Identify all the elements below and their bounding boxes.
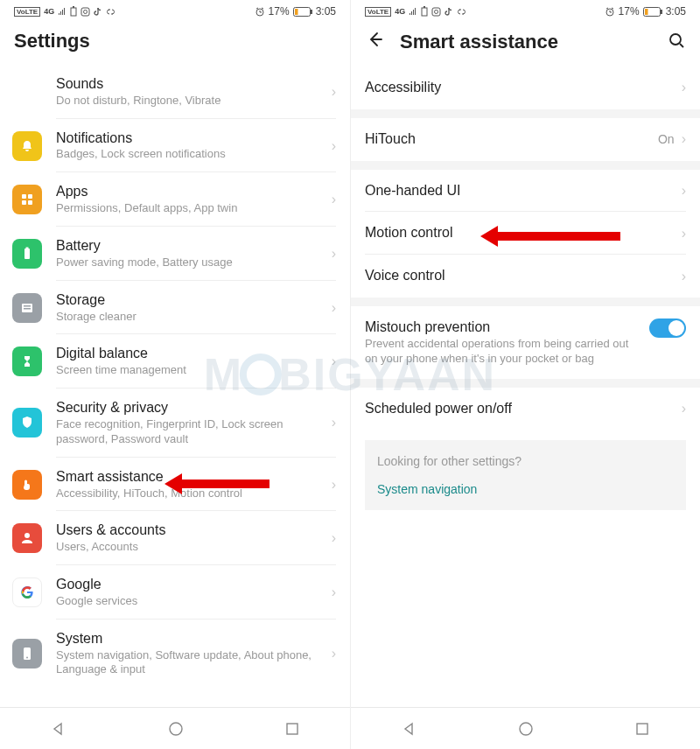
nav-back-icon[interactable] — [51, 721, 66, 737]
row-subtitle: Permissions, Default apps, App twin — [56, 201, 325, 216]
svg-rect-23 — [424, 6, 425, 8]
page-title: Smart assistance — [400, 31, 558, 53]
row-title: Notifications — [56, 130, 325, 148]
row-title: Digital balance — [56, 345, 325, 363]
row-title: HiTouch — [365, 130, 651, 149]
security-icon — [12, 408, 42, 438]
tiktok-icon — [444, 7, 453, 17]
nav-back-icon[interactable] — [402, 721, 417, 737]
row-system[interactable]: System System navigation, Software updat… — [0, 620, 350, 689]
signal-bars-icon — [58, 7, 66, 16]
hint-title: Looking for other settings? — [377, 454, 674, 468]
chevron-right-icon: › — [332, 415, 336, 430]
status-left: VoLTE 4G — [14, 6, 116, 17]
row-title: System — [56, 630, 325, 648]
row-title: Scheduled power on/off — [365, 400, 675, 418]
battery-percent: 17% — [269, 5, 290, 18]
row-title: Accessibility — [365, 79, 675, 97]
row-value: On — [658, 132, 675, 146]
row-users-accounts[interactable]: Users & accounts Users, Accounts › — [0, 511, 350, 565]
row-google[interactable]: Google Google services › — [0, 565, 350, 620]
chevron-right-icon: › — [682, 226, 686, 242]
row-mistouch[interactable]: Mistouch prevention Prevent accidental o… — [351, 306, 700, 379]
row-subtitle: Prevent accidental operations from being… — [365, 337, 639, 367]
svg-rect-29 — [645, 9, 648, 15]
svg-point-3 — [84, 10, 88, 13]
row-subtitle: Accessibility, HiTouch, Motion control — [56, 486, 325, 501]
row-scheduled-power[interactable]: Scheduled power on/off › — [351, 388, 700, 430]
svg-rect-0 — [71, 8, 76, 16]
row-subtitle: Do not disturb, Ringtone, Vibrate — [56, 94, 325, 108]
row-digital-balance[interactable]: Digital balance Screen time management › — [0, 334, 350, 388]
row-title: Voice control — [365, 267, 675, 285]
row-subtitle: Screen time management — [56, 363, 325, 378]
instagram-icon — [431, 7, 441, 17]
svg-rect-11 — [28, 200, 32, 205]
chevron-right-icon: › — [332, 477, 336, 493]
system-icon — [12, 639, 42, 668]
chevron-right-icon: › — [682, 131, 686, 147]
section-gap — [351, 161, 700, 170]
svg-rect-6 — [311, 10, 312, 14]
svg-rect-22 — [422, 8, 427, 16]
clock-time: 3:05 — [666, 5, 686, 18]
status-bar: VoLTE 4G 17% — [0, 0, 350, 21]
phone-right-smart-assistance: VoLTE 4G 17% — [350, 0, 700, 749]
clock-time: 3:05 — [316, 5, 336, 18]
signal-4g-icon: 4G — [395, 7, 405, 16]
battery-icon — [643, 7, 662, 17]
row-motion-control[interactable]: Motion control › — [351, 212, 700, 255]
mistouch-toggle[interactable] — [649, 318, 686, 338]
row-voice-control[interactable]: Voice control › — [351, 255, 700, 298]
hint-link-system-navigation[interactable]: System navigation — [377, 482, 674, 496]
chevron-right-icon: › — [682, 80, 686, 95]
search-button[interactable] — [667, 31, 686, 53]
row-security[interactable]: Security & privacy Face recognition, Fin… — [0, 388, 350, 458]
section-gap — [351, 109, 700, 118]
row-subtitle: Power saving mode, Battery usage — [56, 256, 325, 270]
svg-rect-7 — [295, 9, 298, 15]
svg-rect-28 — [661, 10, 662, 14]
nav-home-icon[interactable] — [168, 721, 184, 737]
smart-assistance-list[interactable]: Accessibility › HiTouch On › One-handed … — [351, 66, 700, 707]
row-accessibility[interactable]: Accessibility › — [351, 66, 700, 109]
volte-icon: VoLTE — [365, 7, 391, 17]
section-gap — [351, 379, 700, 388]
row-subtitle: System navigation, Software update, Abou… — [56, 648, 325, 678]
nav-home-icon[interactable] — [518, 721, 534, 737]
row-smart-assistance[interactable]: Smart assistance Accessibility, HiTouch,… — [0, 458, 350, 512]
svg-rect-9 — [28, 194, 32, 199]
chevron-right-icon: › — [332, 192, 336, 207]
svg-rect-10 — [22, 200, 26, 205]
chevron-right-icon: › — [682, 269, 686, 284]
row-hitouch[interactable]: HiTouch On › — [351, 118, 700, 161]
instagram-icon — [80, 7, 90, 17]
svg-rect-2 — [81, 8, 89, 16]
row-one-handed[interactable]: One-handed UI › — [351, 170, 700, 213]
svg-point-20 — [170, 723, 182, 735]
row-notifications[interactable]: Notifications Badges, Lock screen notifi… — [0, 119, 350, 173]
svg-rect-1 — [73, 6, 74, 8]
smart-assistance-header: Smart assistance — [351, 21, 700, 66]
svg-rect-12 — [24, 248, 30, 259]
row-apps[interactable]: Apps Permissions, Default apps, App twin… — [0, 172, 350, 227]
back-button[interactable] — [365, 30, 384, 54]
battery-small-icon — [421, 6, 428, 17]
status-right: 17% 3:05 — [605, 5, 686, 18]
svg-point-19 — [26, 657, 28, 659]
chevron-right-icon: › — [332, 84, 336, 100]
chevron-right-icon: › — [332, 300, 336, 316]
nav-recent-icon[interactable] — [635, 722, 649, 736]
nav-recent-icon[interactable] — [285, 722, 299, 736]
row-title: Users & accounts — [56, 522, 325, 540]
svg-rect-32 — [637, 724, 648, 734]
volte-icon: VoLTE — [14, 7, 40, 17]
settings-list[interactable]: Sounds Do not disturb, Ringtone, Vibrate… — [0, 65, 350, 707]
chevron-right-icon: › — [332, 530, 336, 546]
row-storage[interactable]: Storage Storage cleaner › — [0, 281, 350, 335]
page-title: Settings — [14, 30, 90, 52]
battery-percent: 17% — [619, 5, 640, 18]
row-battery[interactable]: Battery Power saving mode, Battery usage… — [0, 227, 350, 281]
row-sounds[interactable]: Sounds Do not disturb, Ringtone, Vibrate… — [0, 65, 350, 119]
svg-rect-8 — [22, 194, 26, 199]
